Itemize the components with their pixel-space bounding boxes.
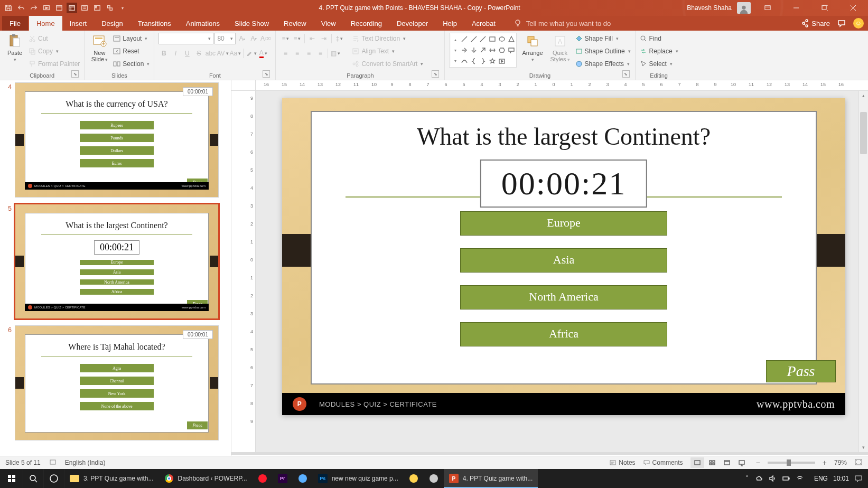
- share-button[interactable]: Share: [800, 19, 830, 27]
- shape-oval-icon[interactable]: [498, 34, 506, 44]
- columns-icon[interactable]: ▥▾: [330, 48, 341, 59]
- copy-button[interactable]: Copy▾: [29, 45, 80, 57]
- zoom-slider[interactable]: [768, 462, 815, 464]
- shape-curve-icon[interactable]: [460, 56, 469, 66]
- qat-btn-9[interactable]: [105, 3, 115, 13]
- tell-me[interactable]: Tell me what you want to do: [514, 16, 611, 31]
- system-tray[interactable]: ˄: [740, 469, 809, 488]
- tray-volume-icon[interactable]: [769, 475, 776, 482]
- tab-developer[interactable]: Developer: [389, 16, 435, 31]
- new-slide-button[interactable]: New Slide▾: [89, 33, 110, 64]
- drawing-dialog-launcher[interactable]: ⬊: [622, 70, 630, 78]
- comments-icon[interactable]: [837, 19, 846, 27]
- decrease-font-icon[interactable]: A▾: [248, 33, 259, 44]
- highlight-icon[interactable]: ▾: [246, 48, 257, 59]
- shape-line2-icon[interactable]: [470, 34, 478, 44]
- shape-brace-r-icon[interactable]: [479, 56, 488, 66]
- qat-btn-8[interactable]: [92, 3, 102, 13]
- undo-icon[interactable]: [16, 3, 26, 13]
- language-indicator[interactable]: English (India): [65, 459, 106, 466]
- font-color-icon[interactable]: A▾: [258, 48, 268, 59]
- shape-action-icon[interactable]: [498, 56, 506, 66]
- tab-review[interactable]: Review: [276, 16, 314, 31]
- taskbar-item-0[interactable]: 3. PPT Quiz game with...: [64, 469, 159, 488]
- shape-arrow-lr-icon[interactable]: [488, 45, 497, 55]
- maximize-icon[interactable]: [813, 0, 836, 16]
- clear-formatting-icon[interactable]: A⌫: [260, 33, 270, 44]
- tray-wifi-icon[interactable]: [796, 475, 804, 482]
- redo-icon[interactable]: [29, 3, 39, 13]
- minimize-icon[interactable]: [785, 0, 808, 16]
- tab-animations[interactable]: Animations: [179, 16, 227, 31]
- find-button[interactable]: Find: [640, 33, 678, 44]
- start-from-beginning-icon[interactable]: [41, 3, 52, 13]
- taskbar-item-3[interactable]: Pr: [273, 469, 293, 488]
- taskbar-item-8[interactable]: P4. PPT Quiz game with...: [444, 469, 538, 488]
- reading-view-icon[interactable]: [720, 457, 734, 468]
- slide-option-1[interactable]: Asia: [460, 248, 667, 273]
- align-center-icon[interactable]: ≡: [292, 48, 302, 59]
- shape-effects-button[interactable]: Shape Effects▾: [575, 58, 631, 70]
- tab-help[interactable]: Help: [435, 16, 464, 31]
- vertical-ruler[interactable]: 9876543210123456789: [231, 91, 256, 452]
- slide-thumbnail-panel[interactable]: 4What is the currency of USA?RupeesPound…: [0, 80, 231, 472]
- quick-styles-button[interactable]: A Quick Styles▾: [548, 33, 572, 64]
- strike-icon[interactable]: S: [193, 48, 204, 59]
- increase-font-icon[interactable]: A▴: [237, 33, 247, 44]
- tab-insert[interactable]: Insert: [62, 16, 95, 31]
- bullets-icon[interactable]: ≡▾: [280, 33, 291, 44]
- format-painter-button[interactable]: Format Painter: [29, 58, 80, 70]
- shape-fill-button[interactable]: Shape Fill▾: [575, 33, 631, 44]
- slideshow-view-icon[interactable]: [735, 457, 749, 468]
- qat-btn-5[interactable]: [54, 3, 64, 13]
- slide-thumbnail-5[interactable]: What is the largest Continent?00:00:21Eu…: [15, 204, 219, 319]
- clipboard-dialog-launcher[interactable]: ⬊: [71, 70, 79, 78]
- normal-view-icon[interactable]: [690, 457, 704, 468]
- section-button[interactable]: Section▾: [113, 58, 150, 70]
- shape-triangle-icon[interactable]: [507, 34, 516, 44]
- qat-more-icon[interactable]: ▾: [117, 3, 128, 13]
- zoom-in-icon[interactable]: +: [823, 458, 827, 467]
- align-left-icon[interactable]: ≡: [280, 48, 291, 59]
- taskbar-item-5[interactable]: Psnew new quiz game p...: [313, 469, 404, 488]
- taskbar-item-2[interactable]: [253, 469, 273, 488]
- zoom-level[interactable]: 79%: [834, 459, 847, 466]
- tab-slideshow[interactable]: Slide Show: [227, 16, 276, 31]
- slide-option-2[interactable]: North America: [460, 285, 667, 309]
- zoom-out-icon[interactable]: −: [756, 458, 760, 467]
- shape-star-icon[interactable]: [488, 56, 497, 66]
- shape-brace-l-icon[interactable]: [470, 56, 478, 66]
- convert-smartart-button[interactable]: Convert to SmartArt▾: [352, 58, 423, 70]
- taskbar-cortana-icon[interactable]: [44, 469, 64, 488]
- comments-toggle[interactable]: Comments: [643, 459, 683, 466]
- accessibility-icon[interactable]: [49, 458, 57, 467]
- increase-indent-icon[interactable]: ⇥: [319, 33, 329, 44]
- taskbar-item-6[interactable]: [404, 469, 424, 488]
- shape-arrow-ne-icon[interactable]: [479, 45, 488, 55]
- slide-thumbnail-4[interactable]: What is the currency of USA?RupeesPounds…: [15, 82, 219, 198]
- tab-acrobat[interactable]: Acrobat: [464, 16, 503, 31]
- tab-design[interactable]: Design: [94, 16, 130, 31]
- slide-timer[interactable]: 00:00:21: [480, 159, 647, 208]
- line-spacing-icon[interactable]: ‡▾: [334, 33, 344, 44]
- taskbar-item-4[interactable]: [293, 469, 313, 488]
- tray-battery-icon[interactable]: [782, 475, 790, 482]
- slide-pass-button[interactable]: Pass: [766, 360, 836, 382]
- slide-question[interactable]: What is the largest Continent?: [312, 123, 816, 151]
- slide-thumbnail-6[interactable]: Where is Taj Mahal located?AgraChennaiNe…: [15, 325, 219, 440]
- layout-button[interactable]: Layout▾: [113, 33, 150, 44]
- gallery-more-icon[interactable]: ▾: [454, 55, 456, 66]
- qat-btn-7[interactable]: [79, 3, 90, 13]
- scroll-thumb[interactable]: [860, 112, 867, 154]
- tab-transitions[interactable]: Transitions: [130, 16, 179, 31]
- paste-button[interactable]: Paste▾: [4, 33, 25, 64]
- shape-arrow-d-icon[interactable]: [470, 45, 478, 55]
- numbering-icon[interactable]: ≡▾: [292, 33, 302, 44]
- ribbon-display-options-icon[interactable]: [756, 0, 779, 16]
- reset-button[interactable]: Reset: [113, 45, 150, 57]
- horizontal-ruler[interactable]: 1615141312111098765432101234567891011121…: [256, 80, 868, 90]
- taskbar-clock[interactable]: ENG 10:01: [809, 469, 868, 488]
- shape-line-icon[interactable]: [460, 34, 469, 44]
- feedback-smiley-icon[interactable]: ☺: [853, 18, 864, 29]
- change-case-icon[interactable]: Aa▾: [230, 48, 241, 59]
